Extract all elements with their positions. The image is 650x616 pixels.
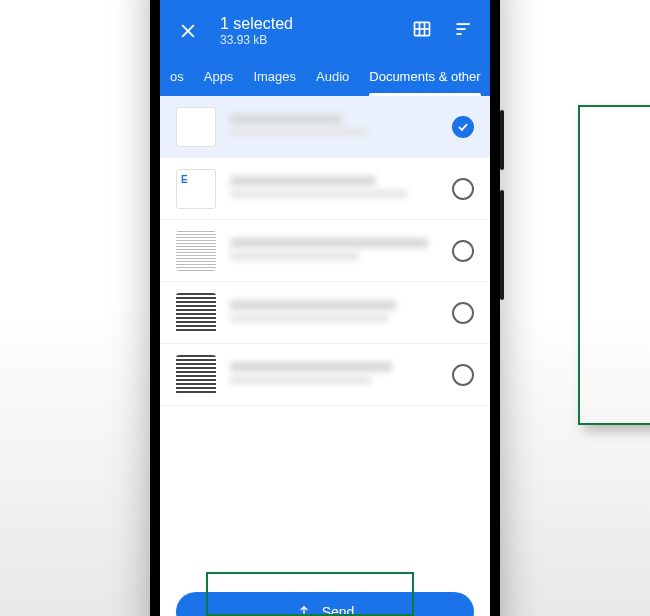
file-meta-redacted [230,314,388,322]
sort-button[interactable] [454,19,474,43]
check-icon [456,120,470,134]
file-row[interactable]: E [160,158,490,220]
file-info [230,176,438,202]
file-name-redacted [230,362,392,372]
file-row[interactable] [160,282,490,344]
view-grid-button[interactable] [412,19,432,43]
send-button[interactable]: Send [176,592,474,616]
file-name-redacted [230,176,376,186]
file-name-redacted [230,114,342,124]
category-tabs: os Apps Images Audio Documents & other [160,59,490,96]
close-icon [178,21,198,41]
svg-rect-7 [457,28,466,30]
file-checkbox[interactable] [452,364,474,386]
file-name-redacted [230,300,396,310]
file-checkbox[interactable] [452,116,474,138]
send-label: Send [322,604,355,616]
screen: 1 selected 33.93 kB [160,0,490,616]
app-header: 1 selected 33.93 kB [160,0,490,96]
tab-documents[interactable]: Documents & other [359,59,490,96]
file-meta-redacted [230,252,359,260]
file-thumbnail: E [176,169,216,209]
file-meta-redacted [230,128,367,136]
file-row[interactable] [160,344,490,406]
file-list: E [160,96,490,582]
svg-rect-8 [457,33,462,35]
upload-icon [296,604,312,616]
header-title-block: 1 selected 33.93 kB [220,15,412,47]
phone-side-button-2 [500,190,504,300]
file-name-redacted [230,238,428,248]
selection-size: 33.93 kB [220,33,412,47]
file-info [230,114,438,140]
file-thumbnail [176,293,216,333]
tab-apps[interactable]: Apps [194,59,244,96]
file-info [230,300,438,326]
file-thumbnail [176,355,216,395]
tutorial-highlight-checkboxes [578,105,650,425]
file-row[interactable] [160,96,490,158]
tab-images[interactable]: Images [243,59,306,96]
grid-icon [412,19,432,39]
file-thumbnail [176,231,216,271]
file-meta-redacted [230,190,407,198]
tab-audio[interactable]: Audio [306,59,359,96]
file-info [230,238,438,264]
file-checkbox[interactable] [452,178,474,200]
file-row[interactable] [160,220,490,282]
phone-side-button-1 [500,110,504,170]
tab-partial[interactable]: os [166,59,194,96]
sort-icon [454,19,474,39]
svg-rect-6 [457,23,470,25]
file-meta-redacted [230,376,371,384]
close-button[interactable] [176,19,200,43]
file-checkbox[interactable] [452,240,474,262]
file-info [230,362,438,388]
send-bar: Send [160,582,490,616]
selection-count: 1 selected [220,15,412,33]
phone-frame: 1 selected 33.93 kB [150,0,500,616]
file-checkbox[interactable] [452,302,474,324]
file-thumbnail [176,107,216,147]
